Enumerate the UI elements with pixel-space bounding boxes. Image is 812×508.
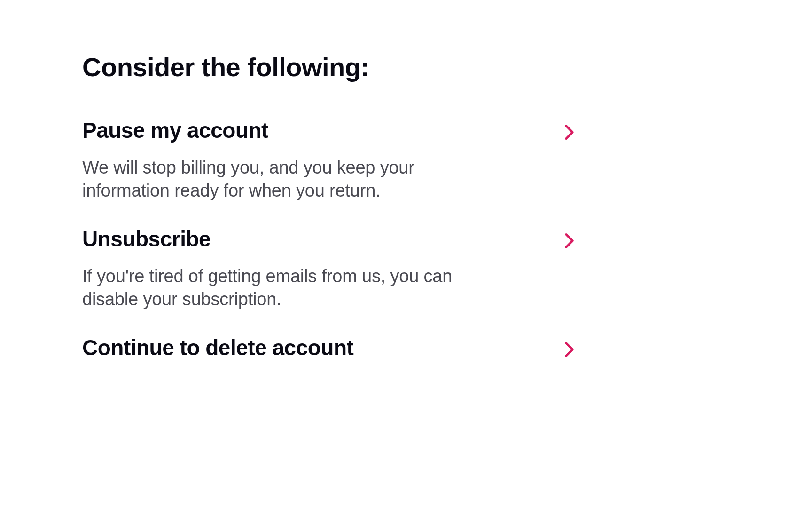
option-title: Unsubscribe [82,226,477,252]
option-description: If you're tired of getting emails from u… [82,265,477,311]
option-list: Pause my account We will stop billing yo… [82,118,730,360]
chevron-right-icon [562,339,576,360]
option-unsubscribe[interactable]: Unsubscribe If you're tired of getting e… [82,226,576,311]
option-text: Continue to delete account [82,335,353,360]
chevron-right-icon [562,230,576,252]
option-continue-delete[interactable]: Continue to delete account [82,335,576,360]
option-title: Pause my account [82,118,477,143]
option-text: Pause my account We will stop billing yo… [82,118,477,203]
option-pause-account[interactable]: Pause my account We will stop billing yo… [82,118,576,203]
option-title: Continue to delete account [82,335,353,360]
chevron-right-icon [562,121,576,143]
option-description: We will stop billing you, and you keep y… [82,156,477,203]
page-title: Consider the following: [82,52,730,82]
option-text: Unsubscribe If you're tired of getting e… [82,226,477,311]
